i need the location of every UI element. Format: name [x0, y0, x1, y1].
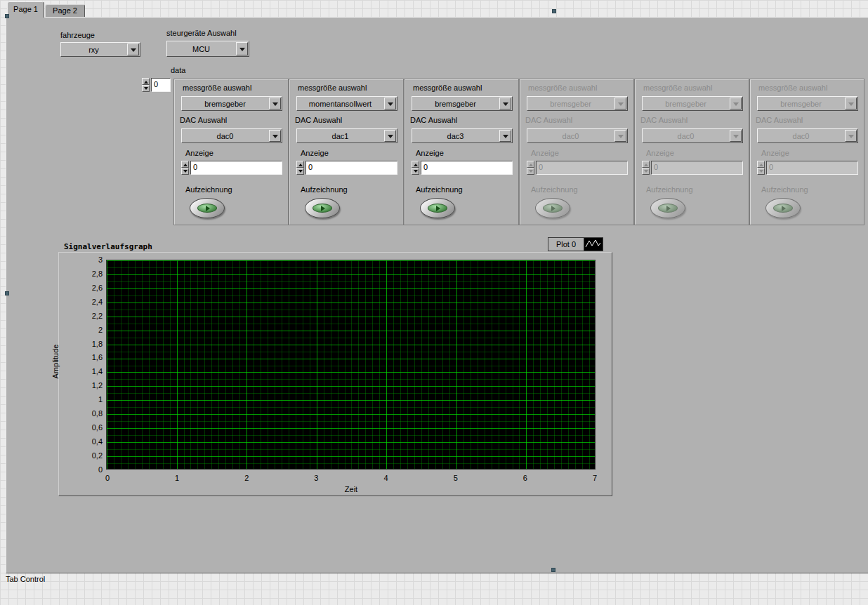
- selection-handle[interactable]: [5, 14, 9, 18]
- chevron-down-icon[interactable]: [384, 98, 396, 109]
- led-green-icon: [773, 204, 793, 213]
- messgroesse-dropdown[interactable]: bremsgeber: [181, 96, 282, 111]
- chevron-down-icon[interactable]: [269, 98, 281, 109]
- x-axis-ticks: 01234567: [103, 474, 599, 482]
- increment-arrow-icon: [757, 161, 765, 168]
- tick-label: 0: [98, 465, 103, 474]
- data-array-label: data: [171, 66, 185, 74]
- decrement-arrow-icon[interactable]: [181, 168, 189, 175]
- aufzeichnung-button[interactable]: [420, 198, 455, 218]
- chevron-down-icon[interactable]: [127, 44, 139, 55]
- aufzeichnung-button[interactable]: [305, 198, 340, 218]
- aufzeichnung-label: Aufzeichnung: [416, 185, 463, 194]
- dac-dropdown[interactable]: dac1: [296, 128, 397, 143]
- plot-legend-label: Plot 0: [548, 238, 584, 251]
- channel-cluster-1: messgröße auswahl bremsgeber DAC Auswahl…: [173, 79, 289, 225]
- anzeige-spinner[interactable]: [296, 161, 304, 175]
- selection-handle[interactable]: [5, 291, 9, 295]
- dac-value: dac3: [412, 129, 499, 142]
- anzeige-spinner: [527, 161, 534, 175]
- decrement-arrow-icon[interactable]: [412, 168, 419, 175]
- messgroesse-dropdown[interactable]: bremsgeber: [412, 96, 513, 111]
- dac-dropdown[interactable]: dac3: [412, 128, 513, 143]
- aufzeichnung-label: Aufzeichnung: [646, 185, 693, 194]
- decrement-arrow-icon[interactable]: [142, 85, 150, 92]
- chevron-down-icon[interactable]: [499, 98, 511, 109]
- anzeige-spinner[interactable]: [412, 161, 419, 175]
- anzeige-control: 0: [642, 161, 743, 175]
- chevron-down-icon[interactable]: [499, 130, 511, 142]
- anzeige-value[interactable]: 0: [421, 161, 513, 175]
- messgroesse-value: bremsgeber: [758, 97, 844, 110]
- steuergeraete-label: steurgeräte Auswahl: [166, 29, 237, 37]
- decrement-arrow-icon[interactable]: [296, 168, 304, 175]
- tab-page-2[interactable]: Page 2: [45, 4, 85, 17]
- tab-page-1[interactable]: Page 1: [7, 1, 44, 18]
- array-index-spinner[interactable]: [142, 78, 150, 92]
- dac-dropdown: dac0: [527, 128, 628, 143]
- plot-legend[interactable]: Plot 0: [548, 237, 603, 251]
- steuergeraete-dropdown[interactable]: MCU: [166, 41, 249, 57]
- messgroesse-label: messgröße auswahl: [183, 84, 251, 92]
- dac-value: dac0: [527, 129, 614, 142]
- chevron-down-icon[interactable]: [384, 130, 396, 142]
- fahrzeuge-dropdown[interactable]: rxy: [60, 42, 140, 57]
- messgroesse-label: messgröße auswahl: [758, 84, 827, 92]
- tick-label: 2,2: [92, 312, 103, 320]
- anzeige-value[interactable]: 0: [305, 161, 397, 175]
- anzeige-label: Anzeige: [185, 149, 213, 157]
- chevron-down-icon[interactable]: [236, 42, 248, 55]
- tick-label: 6: [521, 474, 530, 482]
- led-green-icon: [313, 204, 332, 213]
- tick-label: 1,4: [92, 367, 103, 375]
- messgroesse-dropdown[interactable]: momentansollwert: [296, 96, 397, 111]
- array-index-control: 0: [142, 78, 171, 92]
- plot-sample-icon: [584, 238, 603, 251]
- labview-front-panel: Page 1 Page 2 fahrzeuge rxy steurgeräte …: [0, 0, 868, 605]
- messgroesse-label: messgröße auswahl: [643, 84, 712, 92]
- array-index-value[interactable]: 0: [151, 78, 171, 92]
- decrement-arrow-icon: [757, 168, 765, 175]
- tick-label: 5: [452, 474, 460, 482]
- selection-handle[interactable]: [552, 9, 556, 13]
- aufzeichnung-button[interactable]: [190, 198, 225, 218]
- anzeige-control: 0: [757, 161, 858, 175]
- dac-dropdown[interactable]: dac0: [181, 128, 282, 143]
- aufzeichnung-button: [535, 198, 570, 218]
- tick-label: 1,6: [92, 353, 103, 361]
- decrement-arrow-icon: [527, 168, 534, 175]
- increment-arrow-icon[interactable]: [412, 161, 419, 168]
- messgroesse-value: bremsgeber: [643, 97, 729, 110]
- anzeige-spinner: [642, 161, 650, 175]
- tab-control-label: Tab Control: [6, 575, 45, 583]
- chevron-down-icon: [730, 98, 742, 109]
- anzeige-spinner[interactable]: [181, 161, 189, 175]
- selection-handle[interactable]: [551, 568, 555, 572]
- chevron-down-icon: [730, 130, 742, 142]
- increment-arrow-icon[interactable]: [181, 161, 189, 168]
- anzeige-value: 0: [766, 161, 858, 175]
- led-green-icon: [658, 204, 678, 213]
- chevron-down-icon[interactable]: [269, 130, 281, 142]
- messgroesse-value: bremsgeber: [412, 97, 499, 110]
- tick-label: 1: [173, 474, 181, 482]
- dac-value: dac0: [758, 129, 844, 142]
- tick-label: 0: [103, 474, 112, 482]
- anzeige-spinner: [757, 161, 765, 175]
- tick-label: 1: [98, 395, 103, 404]
- anzeige-control: 0: [296, 161, 397, 175]
- aufzeichnung-label: Aufzeichnung: [761, 185, 808, 194]
- channel-cluster-4: messgröße auswahl bremsgeber DAC Auswahl…: [519, 79, 634, 225]
- messgroesse-value: bremsgeber: [527, 97, 614, 110]
- dac-label: DAC Auswahl: [640, 116, 688, 124]
- tick-label: 0,2: [92, 451, 103, 460]
- x-axis-label: Zeit: [103, 485, 599, 493]
- plot-area: [106, 260, 596, 470]
- chevron-down-icon: [845, 98, 857, 109]
- increment-arrow-icon[interactable]: [296, 161, 304, 168]
- aufzeichnung-label: Aufzeichnung: [185, 185, 232, 194]
- increment-arrow-icon[interactable]: [142, 78, 150, 85]
- led-green-icon: [543, 204, 563, 213]
- anzeige-value[interactable]: 0: [190, 161, 282, 175]
- anzeige-control: 0: [527, 161, 628, 175]
